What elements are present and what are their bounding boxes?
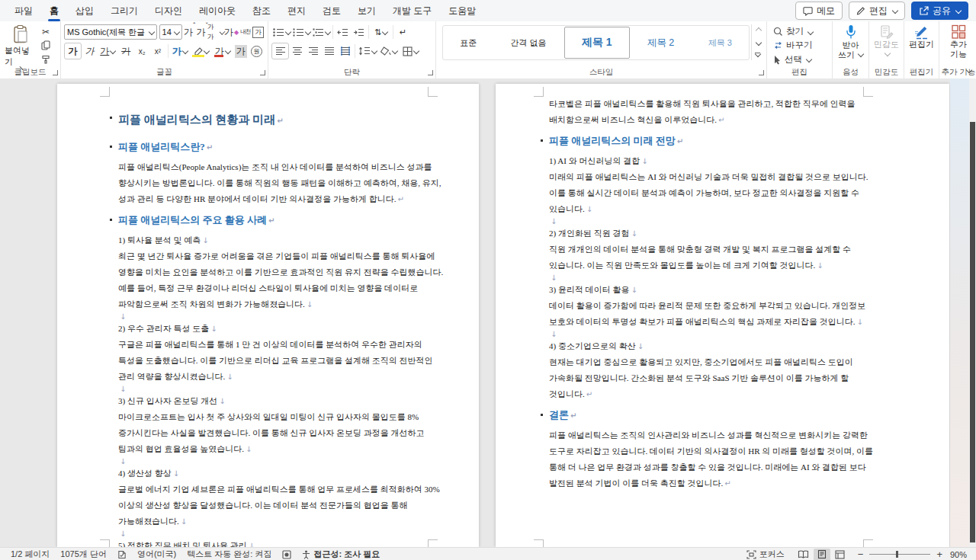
tab-편지[interactable]: 편지 xyxy=(279,0,314,21)
paste-button[interactable]: 붙여넣기 xyxy=(5,24,37,66)
superscript-button[interactable]: x² xyxy=(150,43,166,59)
show-formatting-marks-button[interactable]: ↵ xyxy=(395,24,411,40)
addins-button[interactable]: 추가기능 xyxy=(950,24,967,59)
find-button[interactable]: 찾기 xyxy=(770,25,829,38)
doc-line: 성과 관리 등 다양한 HR 분야에서 데이터 기반 의사결정을 가능하게 합니… xyxy=(118,191,479,207)
margin-crop-mark xyxy=(100,87,110,97)
print-layout-button[interactable] xyxy=(814,549,830,560)
font-color-button[interactable]: 가 xyxy=(212,43,233,59)
dialog-launcher-icon[interactable] xyxy=(260,70,265,75)
clear-formatting-button[interactable]: 가◆ xyxy=(224,24,239,40)
tab-레이아웃[interactable]: 레이아웃 xyxy=(191,0,244,21)
sensitivity-button[interactable]: 민감도 xyxy=(874,24,899,59)
cut-button[interactable]: ✂ xyxy=(38,25,53,38)
tab-파일[interactable]: 파일 xyxy=(6,0,41,21)
styles-expand-gallery-button[interactable] xyxy=(752,50,763,59)
accessibility-status[interactable]: 접근성: 조사 필요 xyxy=(302,549,380,560)
phonetic-guide-button[interactable]: 내천 xyxy=(239,24,252,40)
text-effects-button[interactable]: 가 xyxy=(170,43,191,59)
dialog-launcher-icon[interactable] xyxy=(759,70,764,75)
word-count-indicator[interactable]: 1075개 단어 xyxy=(60,549,107,560)
tab-검토[interactable]: 검토 xyxy=(314,0,349,21)
styles-scroll-up-button[interactable] xyxy=(752,26,763,35)
tab-디자인[interactable]: 디자인 xyxy=(146,0,191,21)
tab-도움말[interactable]: 도움말 xyxy=(440,0,484,21)
align-right-button[interactable] xyxy=(305,43,321,59)
align-center-button[interactable] xyxy=(289,43,305,59)
dialog-launcher-icon[interactable] xyxy=(428,70,433,75)
editing-mode-button[interactable]: 편집 xyxy=(849,2,905,20)
tab-삽입[interactable]: 삽입 xyxy=(67,0,102,21)
sort-button[interactable]: ⇅ xyxy=(371,24,391,40)
enclose-characters-button[interactable]: 가 xyxy=(252,24,265,40)
justify-button[interactable] xyxy=(321,43,337,59)
read-mode-icon xyxy=(798,550,809,558)
shading-button[interactable] xyxy=(378,43,400,59)
focus-mode-button[interactable]: 포커스 xyxy=(746,549,785,560)
align-left-button[interactable] xyxy=(271,43,289,59)
italic-button[interactable]: 가 xyxy=(82,43,98,59)
dictate-button[interactable]: 받아쓰기 xyxy=(838,24,863,60)
document-page-1[interactable]: 피플 애널리틱스의 현황과 미래↵피플 애널리틱스란?↵피플 애널리틱스(Peo… xyxy=(57,84,479,547)
tab-보기[interactable]: 보기 xyxy=(349,0,384,21)
increase-indent-button[interactable] xyxy=(351,24,367,40)
line-break-mark: ↓ xyxy=(202,236,208,245)
style-표준[interactable]: 표준 xyxy=(443,26,493,59)
shrink-font-button[interactable]: 가 xyxy=(194,24,207,40)
select-button[interactable]: 선택 xyxy=(770,53,829,66)
line-break-mark: ↓ xyxy=(120,530,126,538)
tab-참조[interactable]: 참조 xyxy=(244,0,279,21)
web-layout-button[interactable] xyxy=(832,549,849,560)
comments-button[interactable]: 메모 xyxy=(795,2,843,20)
document-canvas[interactable]: 피플 애널리틱스의 현황과 미래↵피플 애널리틱스란?↵피플 애널리틱스(Peo… xyxy=(0,78,976,547)
zoom-slider-thumb[interactable] xyxy=(896,551,898,558)
strikethrough-button[interactable]: 가 xyxy=(118,43,134,59)
highlight-color-button[interactable] xyxy=(190,43,212,59)
dialog-launcher-icon[interactable] xyxy=(53,70,58,75)
tab-홈[interactable]: 홈 xyxy=(41,0,67,21)
copy-button[interactable] xyxy=(38,39,53,52)
format-painter-button[interactable] xyxy=(38,53,53,66)
page-number-indicator[interactable]: 1/2 페이지 xyxy=(11,549,50,560)
change-case-button[interactable]: 가가 xyxy=(207,24,224,40)
zoom-in-button[interactable]: + xyxy=(935,549,944,560)
zoom-level[interactable]: 90% xyxy=(950,550,967,559)
editor-button[interactable]: 편집기 xyxy=(909,24,934,50)
subscript-button[interactable]: x₂ xyxy=(134,43,150,59)
bullet-list-button[interactable] xyxy=(271,24,291,40)
line-break-mark: ↓ xyxy=(857,318,863,326)
tab-개발 도구[interactable]: 개발 도구 xyxy=(384,0,440,21)
zoom-slider[interactable] xyxy=(869,554,930,555)
decrease-indent-button[interactable] xyxy=(335,24,351,40)
distribute-button[interactable] xyxy=(337,43,353,59)
tab-그리기[interactable]: 그리기 xyxy=(102,0,146,21)
line-spacing-button[interactable] xyxy=(357,43,378,59)
macro-record-button[interactable] xyxy=(282,550,291,559)
doc-line: 글로벌 에너지 기업 셰브론은 피플 애널리틱스를 통해 업무 프로세스를 최적… xyxy=(118,482,479,498)
style-제목 3[interactable]: 제목 3 xyxy=(692,26,750,59)
style-제목 1[interactable]: 제목 1 xyxy=(564,27,630,59)
enclose-circle-button[interactable]: 원 xyxy=(249,43,265,59)
character-shading-button[interactable]: 가 xyxy=(233,43,249,59)
zoom-out-button[interactable]: − xyxy=(856,549,865,560)
underline-button[interactable]: 가 xyxy=(98,43,118,59)
numbered-list-button[interactable] xyxy=(291,24,311,40)
document-page-2[interactable]: 타코벨은 피플 애널리틱스를 활용해 직원 퇴사율을 관리하고, 적합한 직무에… xyxy=(496,84,949,547)
share-button[interactable]: 공유 xyxy=(911,2,968,20)
borders-button[interactable] xyxy=(400,43,421,59)
doc-line: 배치함으로써 비즈니스 혁신을 이루었습니다.↵ xyxy=(549,112,949,128)
style-간격 없음[interactable]: 간격 없음 xyxy=(493,26,563,59)
autocomplete-indicator[interactable]: 텍스트 자동 완성: 켜짐 xyxy=(187,549,271,560)
read-mode-button[interactable] xyxy=(795,549,812,560)
grow-font-button[interactable]: 가 xyxy=(182,24,195,40)
language-indicator[interactable]: 영어(미국) xyxy=(137,549,176,560)
styles-scroll-down-button[interactable] xyxy=(752,38,763,47)
font-name-combo[interactable]: MS Gothic(제목 한글 xyxy=(64,24,157,40)
replace-button[interactable]: 바꾸기 xyxy=(770,39,829,52)
proofing-status-button[interactable] xyxy=(117,550,127,559)
style-제목 2[interactable]: 제목 2 xyxy=(631,26,692,59)
bold-button[interactable]: 가 xyxy=(64,43,82,59)
font-size-combo[interactable]: 14 xyxy=(159,24,182,40)
multilevel-list-button[interactable] xyxy=(311,24,331,40)
vertical-scrollbar-thumb[interactable] xyxy=(970,122,975,542)
